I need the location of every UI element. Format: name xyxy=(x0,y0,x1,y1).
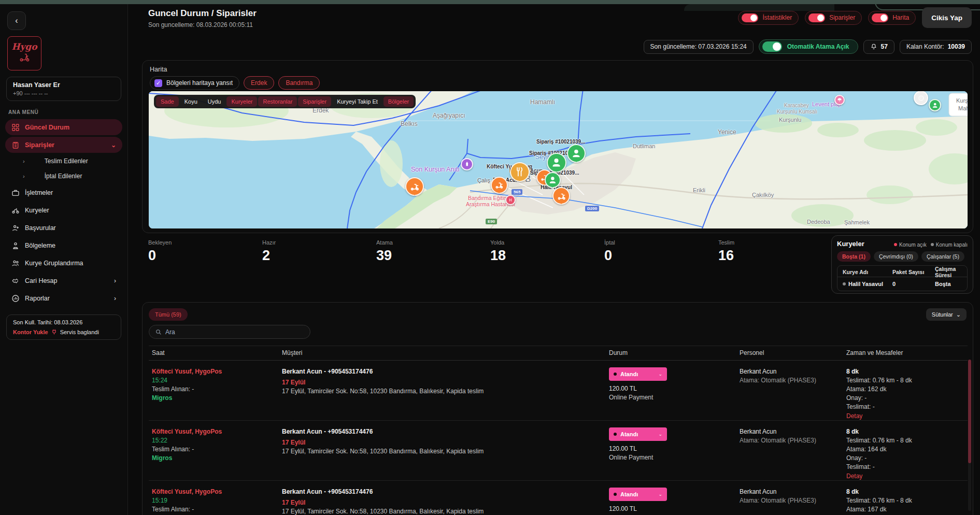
order-status-dropdown[interactable]: Atandı ⌄ xyxy=(609,427,667,441)
order-status-dropdown[interactable]: Atandı ⌄ xyxy=(609,367,667,381)
map-toolbar-button[interactable]: Sade xyxy=(156,96,179,107)
toggle-label: Siparişler xyxy=(829,14,855,21)
stat-value: 0 xyxy=(604,248,718,264)
couriers-title: Kuryeler xyxy=(837,240,864,248)
header-toggle[interactable]: Harita xyxy=(868,11,916,25)
reflect-regions-checkbox[interactable]: ✓ Bölgeleri haritaya yansıt xyxy=(150,76,239,90)
sidebar-menu-item[interactable]: › Teslim Edilenler ⌄ › xyxy=(5,154,122,168)
order-row[interactable]: Köfteci Yusuf, HygoPos 15:24 Teslim Alın… xyxy=(149,361,968,421)
columns-button[interactable]: Sütunlar ⌄ xyxy=(926,308,967,321)
map-toolbar-button[interactable]: Koyu xyxy=(180,96,202,107)
toggle-switch-on[interactable] xyxy=(742,13,758,22)
notification-count: 57 xyxy=(881,43,888,50)
courier-column-header: Çalışma Süresi xyxy=(935,266,962,278)
person-marker[interactable] xyxy=(929,99,941,111)
map-toolbar-button[interactable]: Kuryeler xyxy=(226,96,257,107)
search-input[interactable] xyxy=(165,328,304,336)
courier-tab[interactable]: Çalışanlar (5) xyxy=(921,251,964,262)
sidebar-menu-item[interactable]: › İptal Edilenler ⌄ › xyxy=(5,169,122,183)
menu-section-label: ANA MENÜ xyxy=(8,109,122,115)
map-canvas[interactable]: HamamlıAşağıyapıcıBelkısErdekYeniceDutli… xyxy=(149,91,968,228)
header-toggle[interactable]: İstatistikler xyxy=(738,11,799,25)
notifications-button[interactable]: 57 xyxy=(863,40,894,54)
person-marker[interactable] xyxy=(547,153,566,173)
orders-search[interactable] xyxy=(149,325,310,339)
user-card[interactable]: Hasan Yaser Er +90 --- --- -- -- xyxy=(6,77,121,101)
menu-item-icon xyxy=(11,241,20,250)
sidebar-menu-item[interactable]: › Raporlar ⌄ › xyxy=(5,290,122,306)
sidebar-footer-card: Son Kull. Tarihi: 08.03.2026 Kontor Yukl… xyxy=(6,314,121,340)
map-toolbar-button[interactable]: Uydu xyxy=(203,96,226,107)
order-assign-time: Atama: 164 dk xyxy=(846,445,963,453)
header-toggle[interactable]: Siparişler xyxy=(805,11,862,25)
toggle-switch-on[interactable] xyxy=(762,41,782,52)
order-time: 15:19 xyxy=(152,496,275,505)
toggle-switch-on[interactable] xyxy=(808,13,825,22)
map-card: Harita ✓ Bölgeleri haritaya yansıt Erdek… xyxy=(142,60,973,233)
person-marker[interactable] xyxy=(545,172,561,188)
sidebar-menu-item[interactable]: › Kurye Gruplandırma ⌄ › xyxy=(5,255,122,271)
scooter-marker[interactable] xyxy=(491,177,508,194)
sidebar-menu-item[interactable]: › Bölgeleme ⌄ › xyxy=(5,237,122,253)
chevron-down-icon: ⌄ xyxy=(111,141,116,149)
map-toolbar-button[interactable]: Siparişler xyxy=(298,96,331,107)
logout-button[interactable]: Cikis Yap xyxy=(922,7,972,28)
plug-icon xyxy=(51,328,58,335)
order-status-label: Atandı xyxy=(620,491,638,497)
map-toolbar-button[interactable]: Bölgeler xyxy=(384,96,414,107)
orders-table: Saat Müşteri Durum Personel Zaman ve Mes… xyxy=(149,346,968,515)
scooter-marker[interactable] xyxy=(405,177,424,196)
toggle-switch-on[interactable] xyxy=(872,13,888,22)
load-credits-link[interactable]: Kontor Yukle xyxy=(13,329,48,335)
order-detail-link[interactable]: Detay xyxy=(846,412,862,420)
couriers-table: Kurye Adı Paket Sayısı Çalışma Süresi Ha… xyxy=(837,265,968,291)
brand-logo[interactable]: Hygo xyxy=(7,36,41,70)
sidebar-collapse-button[interactable]: ‹ xyxy=(7,11,26,30)
beach-marker[interactable] xyxy=(834,95,845,105)
stat-item: Atama 39 xyxy=(376,239,490,264)
map-toolbar-button[interactable]: Kuryeyi Takip Et xyxy=(332,96,382,107)
person-marker[interactable] xyxy=(567,144,586,163)
orders-scrollbar-thumb[interactable] xyxy=(968,360,971,463)
sidebar-menu-item[interactable]: › Kuryeler ⌄ › xyxy=(5,202,122,218)
sidebar-menu-item[interactable]: › Cari Hesap ⌄ › xyxy=(5,273,122,289)
monument-marker[interactable] xyxy=(461,158,473,170)
road-shield-label: E90 xyxy=(486,219,497,224)
region-button[interactable]: Bandırma xyxy=(278,76,320,90)
sidebar-menu-item[interactable]: › Siparişler ⌄ › xyxy=(5,137,122,153)
stats-row: Bekleyen 0 Hazır 2 Atama 39 Yolda 18 İpt… xyxy=(148,239,832,264)
sidebar-menu-item[interactable]: › Başvurular ⌄ › xyxy=(5,220,122,236)
sidebar-menu-item[interactable]: › Güncel Durum ⌄ › xyxy=(5,119,122,135)
auto-assign-label: Otomatik Atama Açık xyxy=(787,43,849,50)
hospital-marker[interactable] xyxy=(505,195,516,205)
courier-tab[interactable]: Boşta (1) xyxy=(837,251,871,262)
last-update-text: Son güncelleme: 07.03.2026 15:24 xyxy=(650,43,747,50)
sidebar-menu-item[interactable]: › İşletmeler ⌄ › xyxy=(5,184,122,201)
courier-name: Halil Yasavul xyxy=(848,281,883,287)
order-eta: 8 dk xyxy=(846,427,963,436)
orders-scrollbar[interactable] xyxy=(968,360,971,511)
menu-item-icon xyxy=(11,277,20,285)
order-assign-time: Atama: 162 dk xyxy=(846,385,963,393)
order-delivery-distance: Teslimat: 0.76 km - 8 dk xyxy=(846,376,963,384)
status-bar: Son güncelleme: 07.03.2026 15:24 Otomati… xyxy=(644,39,972,54)
fork-knife-marker[interactable] xyxy=(510,162,530,182)
order-address: 17 Eylül, Tamirciler Sok. No:58, 10230 B… xyxy=(282,507,602,515)
map-toolbar-button[interactable]: Restoranlar xyxy=(258,96,297,107)
service-status: Servis baglandi xyxy=(60,329,99,335)
stat-value: 39 xyxy=(376,248,490,264)
menu-item-icon xyxy=(11,294,20,303)
order-status-dropdown[interactable]: Atandı ⌄ xyxy=(609,488,667,501)
region-button[interactable]: Erdek xyxy=(244,76,274,90)
orders-filter-all[interactable]: Tümü (59) xyxy=(149,308,188,321)
locate-marker[interactable] xyxy=(914,91,928,105)
order-row[interactable]: Köfteci Yusuf, HygoPos 15:22 Teslim Alın… xyxy=(149,421,968,481)
menu-item-label: Kuryeler xyxy=(25,207,49,214)
auto-assign-toggle[interactable]: Otomatik Atama Açık xyxy=(759,39,858,54)
courier-row[interactable]: Halil Yasavul 0 Boşta xyxy=(837,277,967,291)
courier-tab[interactable]: Çevrimdışı (0) xyxy=(874,251,918,262)
order-detail-link[interactable]: Detay xyxy=(846,472,862,480)
stat-label: İptal xyxy=(604,239,718,246)
checkbox-checked-icon[interactable]: ✓ xyxy=(154,79,162,87)
order-row[interactable]: Köfteci Yusuf, HygoPos 15:19 Teslim Alın… xyxy=(149,481,968,515)
